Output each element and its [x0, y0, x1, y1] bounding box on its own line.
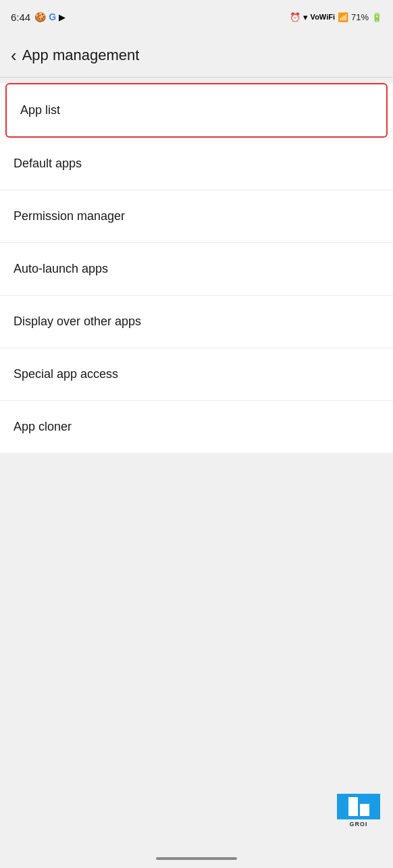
watermark-logo — [337, 794, 380, 819]
menu-item-label: Auto-launch apps — [14, 262, 108, 276]
menu-item-display-over-other-apps[interactable]: Display over other apps — [0, 296, 393, 348]
menu-item-label: Display over other apps — [14, 315, 141, 329]
page-title: App management — [22, 47, 140, 64]
status-time: 6:44 — [11, 11, 30, 23]
menu-item-label: App list — [20, 103, 60, 117]
watermark-bar-2 — [360, 804, 369, 816]
menu-item-auto-launch-apps[interactable]: Auto-launch apps — [0, 243, 393, 296]
menu-item-label: Special app access — [14, 367, 118, 381]
alarm-icon: ⏰ — [290, 12, 300, 22]
status-bar-right: ⏰ ▾ VoWiFi 📶 71% 🔋 — [290, 12, 382, 22]
wifi-icon: ▾ — [303, 12, 308, 22]
menu-item-label: Permission manager — [14, 209, 125, 223]
header-divider — [0, 77, 393, 78]
battery-icon: 🔋 — [371, 12, 382, 22]
menu-item-special-app-access[interactable]: Special app access — [0, 348, 393, 401]
watermark-text: GROI — [349, 821, 367, 828]
status-icons-left: 🍪 G ▶ — [34, 11, 66, 22]
google-icon: G — [49, 11, 56, 22]
status-bar-left: 6:44 🍪 G ▶ — [11, 11, 66, 23]
watermark: GROI — [335, 794, 382, 828]
status-bar: 6:44 🍪 G ▶ ⏰ ▾ VoWiFi 📶 71% 🔋 — [0, 0, 393, 34]
menu-item-app-list[interactable]: App list — [5, 83, 388, 138]
back-button[interactable]: ‹ — [11, 45, 17, 66]
menu-item-app-cloner[interactable]: App cloner — [0, 401, 393, 453]
menu-item-label: App cloner — [14, 420, 72, 434]
signal-icon: 📶 — [338, 12, 348, 22]
menu-item-permission-manager[interactable]: Permission manager — [0, 190, 393, 243]
watermark-logo-inner — [348, 797, 369, 816]
vowifi-icon: VoWiFi — [311, 13, 335, 21]
header: ‹ App management — [0, 34, 393, 77]
play-icon: ▶ — [59, 12, 66, 22]
menu-item-label: Default apps — [14, 157, 82, 171]
game-icon: 🍪 — [34, 11, 46, 22]
menu-list: App list Default apps Permission manager… — [0, 83, 393, 453]
home-indicator — [156, 857, 237, 860]
battery-percent: 71% — [351, 12, 369, 22]
watermark-bar-1 — [348, 797, 358, 816]
menu-item-default-apps[interactable]: Default apps — [0, 138, 393, 190]
